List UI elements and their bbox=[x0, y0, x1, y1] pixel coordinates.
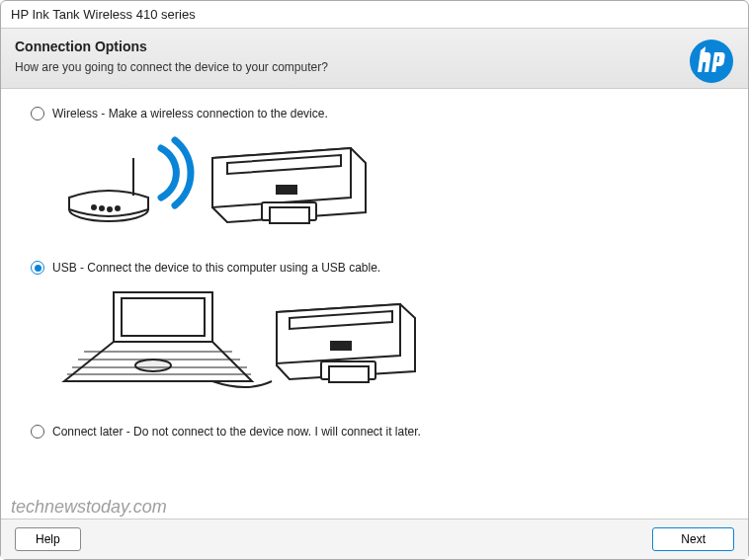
header: Connection Options How are you going to … bbox=[1, 29, 748, 89]
wireless-illustration-icon bbox=[54, 128, 718, 241]
svg-rect-8 bbox=[270, 207, 309, 223]
radio-wireless-icon[interactable] bbox=[31, 107, 44, 120]
usb-illustration-icon bbox=[54, 282, 718, 405]
radio-usb-icon[interactable] bbox=[31, 261, 44, 275]
option-usb-label: USB - Connect the device to this compute… bbox=[52, 261, 380, 275]
next-button[interactable]: Next bbox=[652, 527, 734, 551]
svg-rect-9 bbox=[277, 186, 296, 194]
help-button[interactable]: Help bbox=[15, 527, 81, 551]
svg-point-4 bbox=[100, 206, 104, 210]
svg-rect-13 bbox=[329, 366, 369, 382]
svg-point-11 bbox=[135, 360, 171, 371]
option-later-label: Connect later - Do not connect to the de… bbox=[52, 425, 421, 439]
option-later[interactable]: Connect later - Do not connect to the de… bbox=[31, 425, 718, 439]
window-title: HP Ink Tank Wireless 410 series bbox=[1, 1, 748, 29]
option-usb[interactable]: USB - Connect the device to this compute… bbox=[31, 261, 718, 275]
installer-window: HP Ink Tank Wireless 410 series Connecti… bbox=[0, 0, 749, 560]
svg-point-0 bbox=[690, 40, 733, 83]
svg-point-6 bbox=[116, 206, 120, 210]
svg-point-5 bbox=[108, 207, 112, 211]
hp-logo-icon bbox=[689, 39, 734, 88]
option-wireless[interactable]: Wireless - Make a wireless connection to… bbox=[31, 107, 718, 120]
svg-rect-14 bbox=[331, 342, 351, 350]
page-subtext: How are you going to connect the device … bbox=[15, 60, 734, 74]
svg-rect-10 bbox=[122, 298, 205, 336]
option-wireless-label: Wireless - Make a wireless connection to… bbox=[52, 107, 328, 120]
content-area: Wireless - Make a wireless connection to… bbox=[1, 89, 748, 519]
page-heading: Connection Options bbox=[15, 39, 734, 54]
radio-later-icon[interactable] bbox=[31, 425, 44, 439]
svg-point-3 bbox=[92, 205, 96, 209]
footer: Help Next bbox=[1, 519, 748, 559]
